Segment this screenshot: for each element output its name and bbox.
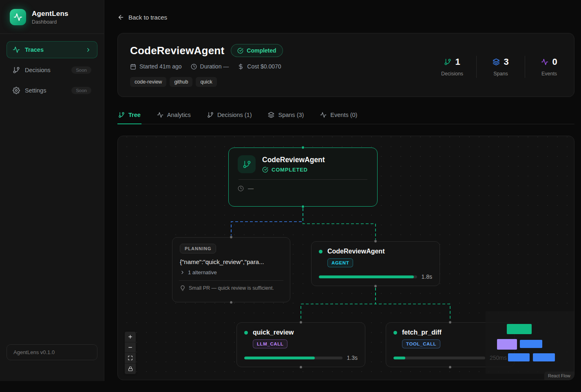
git-branch-icon xyxy=(207,112,214,118)
arrow-left-icon xyxy=(117,14,124,21)
calendar-icon xyxy=(130,64,136,70)
node-title: CodeReviewAgent xyxy=(327,248,384,255)
git-branch-icon xyxy=(444,58,451,66)
node-span-agent[interactable]: CodeReviewAgent AGENT 1.8s xyxy=(311,241,440,286)
soon-badge: Soon xyxy=(71,66,91,74)
app-subtitle: Dashboard xyxy=(32,19,68,25)
tab-decisions[interactable]: Decisions (1) xyxy=(206,108,253,124)
minimap-node-agent-span xyxy=(520,340,542,348)
node-handle xyxy=(299,321,303,324)
stat-decisions: 1 Decisions xyxy=(440,57,465,77)
flow-controls xyxy=(125,332,136,374)
sidebar-item-traces[interactable]: Traces xyxy=(7,41,97,58)
layers-icon xyxy=(268,112,274,118)
sidebar-item-label: Decisions xyxy=(25,67,51,73)
zoom-in-button[interactable] xyxy=(125,332,136,342)
activity-icon xyxy=(541,58,548,66)
node-span-quick-review[interactable]: quick_review LLM_CALL 1.3s xyxy=(236,322,365,367)
divider xyxy=(476,56,477,78)
node-duration: — xyxy=(248,185,254,192)
git-branch-icon xyxy=(13,66,20,74)
node-handle xyxy=(299,366,303,369)
sidebar-item-label: Settings xyxy=(25,87,46,94)
tag: code-review xyxy=(130,77,166,87)
git-branch-icon xyxy=(238,155,256,173)
check-circle-icon xyxy=(262,167,268,173)
node-title: quick_review xyxy=(253,329,294,336)
trace-tree-canvas[interactable]: CodeReviewAgent COMPLETED — xyxy=(117,136,574,380)
node-handle xyxy=(374,240,377,243)
back-to-traces-link[interactable]: Back to traces xyxy=(117,14,167,21)
decision-action: {"name":"quick_review","para... xyxy=(180,258,283,265)
sidebar-item-label: Traces xyxy=(25,46,44,53)
span-type-badge: TOOL_CALL xyxy=(402,339,440,348)
clock-icon xyxy=(191,64,197,70)
minimap-node-decision xyxy=(497,339,517,350)
decision-type-badge: PLANNING xyxy=(180,244,216,253)
stat-spans: 3 Spans xyxy=(488,57,513,77)
lock-button[interactable] xyxy=(125,363,136,374)
node-handle xyxy=(448,366,452,369)
activity-icon xyxy=(13,46,20,53)
tab-spans[interactable]: Spans (3) xyxy=(267,108,305,124)
activity-icon xyxy=(320,112,327,118)
decision-rationale: Small PR — quick review is sufficient. xyxy=(180,285,283,291)
main-content: Back to traces CodeReviewAgent Completed xyxy=(104,0,581,380)
duration-bar xyxy=(393,357,485,359)
tab-analytics[interactable]: Analytics xyxy=(156,108,192,124)
node-status: COMPLETED xyxy=(272,167,308,173)
tab-events[interactable]: Events (0) xyxy=(319,108,358,124)
node-title: fetch_pr_diff xyxy=(402,329,442,336)
app-logo xyxy=(10,9,26,25)
sidebar-item-settings[interactable]: Settings Soon xyxy=(7,82,97,99)
node-handle xyxy=(230,301,233,304)
node-handle xyxy=(301,146,305,149)
status-dot xyxy=(393,331,397,335)
duration-bar xyxy=(319,275,417,278)
sidebar: AgentLens Dashboard Traces Decisions Soo… xyxy=(0,0,104,381)
tab-tree[interactable]: Tree xyxy=(117,108,141,124)
divider xyxy=(239,179,367,180)
span-duration: 1.3s xyxy=(347,355,358,361)
node-root-agent[interactable]: CodeReviewAgent COMPLETED — xyxy=(228,148,378,207)
layers-icon xyxy=(493,58,500,66)
span-type-badge: AGENT xyxy=(327,258,353,267)
soon-badge: Soon xyxy=(71,87,91,94)
status-badge: Completed xyxy=(231,44,283,57)
react-flow-attribution[interactable]: React Flow xyxy=(544,372,574,380)
check-circle-icon xyxy=(237,48,243,54)
trace-meta: Started 41m ago Duration — Cost $0.0070 xyxy=(130,63,283,70)
stat-events: 0 Events xyxy=(537,57,562,77)
activity-icon xyxy=(13,13,22,22)
app-version: AgentLens v0.1.0 xyxy=(7,344,97,360)
minimap-node-root xyxy=(507,324,532,334)
started-meta: Started 41m ago xyxy=(130,63,182,70)
node-handle xyxy=(374,284,377,288)
gear-icon xyxy=(13,87,20,94)
divider xyxy=(179,280,283,281)
status-dot xyxy=(319,250,323,253)
dollar-icon xyxy=(238,64,244,70)
chevron-right-icon xyxy=(85,47,91,53)
page-title: CodeReviewAgent xyxy=(130,44,224,57)
trace-header-card: CodeReviewAgent Completed Started 41m ag… xyxy=(117,33,574,97)
minimap-node-tool-span xyxy=(533,353,555,361)
sidebar-item-decisions[interactable]: Decisions Soon xyxy=(7,62,97,79)
trace-tags: code-review github quick xyxy=(130,77,283,87)
span-duration: 1.8s xyxy=(422,273,432,280)
span-type-badge: LLM_CALL xyxy=(253,339,287,348)
fit-view-button[interactable] xyxy=(125,353,136,363)
git-branch-icon xyxy=(118,112,125,118)
minimap-node-llm-span xyxy=(508,353,530,361)
zoom-out-button[interactable] xyxy=(125,342,136,353)
flow-minimap[interactable] xyxy=(486,311,574,374)
duration-meta: Duration — xyxy=(191,63,229,70)
alternatives-toggle[interactable]: 1 alternative xyxy=(180,269,283,275)
app-header: AgentLens Dashboard xyxy=(0,0,104,34)
tab-bar: Tree Analytics Decisions (1) Spans (3) E… xyxy=(117,108,574,124)
clock-icon xyxy=(238,185,244,192)
node-decision-planning[interactable]: PLANNING {"name":"quick_review","para...… xyxy=(172,237,290,302)
chevron-right-icon xyxy=(180,270,185,275)
node-title: CodeReviewAgent xyxy=(262,156,325,164)
cost-meta: Cost $0.0070 xyxy=(238,63,281,70)
